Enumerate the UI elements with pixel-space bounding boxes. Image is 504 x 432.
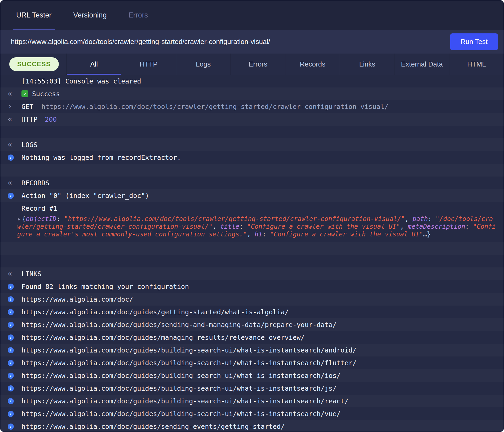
gutter: › <box>0 103 21 110</box>
expand-record-icon[interactable]: ▸ <box>17 215 22 223</box>
gutter: i <box>0 347 21 353</box>
collapse-group-icon[interactable]: « <box>8 179 12 187</box>
console-row-links-summary: i Found 82 links matching your configura… <box>0 280 504 293</box>
link-row: i https://www.algolia.com/doc/guides/bui… <box>0 344 504 356</box>
link-url: https://www.algolia.com/doc/guides/build… <box>21 410 341 418</box>
collapse-group-icon[interactable]: « <box>8 116 12 123</box>
json-punct: …} <box>423 231 431 238</box>
filter-tab-logs[interactable]: Logs <box>176 54 231 75</box>
tab-versioning-label: Versioning <box>73 11 107 19</box>
filter-tab-errors[interactable]: Errors <box>231 54 285 75</box>
console-row-request: › GET https://www.algolia.com/doc/tools/… <box>0 100 504 113</box>
filter-tabs: All HTTP Logs Errors Records Links Exter… <box>67 54 504 75</box>
records-heading: RECORDS <box>21 179 49 187</box>
gutter: « <box>0 141 21 148</box>
filter-tab-html[interactable]: HTML <box>449 54 504 75</box>
info-icon: i <box>8 155 14 161</box>
request-url: https://www.algolia.com/doc/tools/crawle… <box>41 103 388 111</box>
link-row: i https://www.algolia.com/doc/guides/bui… <box>0 356 504 369</box>
link-row: i https://www.algolia.com/doc/guides/get… <box>0 306 504 318</box>
header-tab-bar: URL Tester Versioning Errors <box>0 0 504 30</box>
filter-tab-http[interactable]: HTTP <box>121 54 176 75</box>
http-label: HTTP <box>21 116 37 123</box>
json-punct: : <box>239 223 247 230</box>
json-string: "Configure a crawler with the visual UI" <box>247 223 400 230</box>
link-url: https://www.algolia.com/doc/guides/build… <box>21 359 356 367</box>
json-punct: , <box>405 215 413 223</box>
link-row: i https://www.algolia.com/doc/guides/bui… <box>0 369 504 382</box>
console-row-links-heading: « LINKS <box>0 267 504 280</box>
gutter: i <box>0 309 21 315</box>
tab-errors-label: Errors <box>129 11 148 19</box>
link-row: i https://www.algolia.com/doc/guides/sen… <box>0 318 504 331</box>
json-punct: , <box>400 223 408 230</box>
collapse-group-icon[interactable]: « <box>8 270 12 277</box>
filter-tab-records[interactable]: Records <box>285 54 340 75</box>
logs-message: Nothing was logged from recordExtractor. <box>21 154 181 161</box>
link-url: https://www.algolia.com/doc/guides/build… <box>21 385 337 392</box>
json-key: h1 <box>255 231 262 238</box>
filter-tab-links[interactable]: Links <box>340 54 394 75</box>
console-row-success: « ✓ Success <box>0 87 504 100</box>
json-punct: : <box>465 223 473 230</box>
tab-url-tester[interactable]: URL Tester <box>13 0 55 30</box>
link-url: https://www.algolia.com/doc/guides/sendi… <box>21 423 285 430</box>
gutter: i <box>0 398 21 404</box>
filter-tab-external-data[interactable]: External Data <box>395 54 449 75</box>
json-key: objectID <box>26 215 56 223</box>
success-label: Success <box>32 90 60 98</box>
console-output: [14:55:03] Console was cleared « ✓ Succe… <box>0 75 504 432</box>
gutter: « <box>0 116 21 123</box>
info-icon: i <box>8 309 14 315</box>
gutter: i <box>0 296 21 302</box>
gutter: i <box>0 360 21 366</box>
records-action-text: Action "0" (index "crawler_doc") <box>21 192 149 200</box>
link-row: i https://www.algolia.com/doc/guides/man… <box>0 331 504 344</box>
gutter: i <box>0 322 21 328</box>
gutter: i <box>0 155 21 161</box>
request-method: GET <box>21 103 33 111</box>
console-empty-row <box>0 126 504 138</box>
gutter: i <box>0 193 21 199</box>
run-test-button[interactable]: Run Test <box>450 33 498 50</box>
tab-versioning[interactable]: Versioning <box>70 0 110 30</box>
json-key: title <box>220 223 239 230</box>
console-row-records-heading: « RECORDS <box>0 177 504 189</box>
info-icon: i <box>8 424 14 430</box>
gutter: « <box>0 270 21 277</box>
link-url: https://www.algolia.com/doc/guides/build… <box>21 397 348 405</box>
collapse-group-icon[interactable]: « <box>8 90 12 98</box>
status-badge: SUCCESS <box>9 57 59 71</box>
gutter: i <box>0 284 21 290</box>
info-icon: i <box>8 398 14 404</box>
status-badge-wrap: SUCCESS <box>0 54 67 75</box>
logs-heading: LOGS <box>21 141 37 149</box>
status-bar: SUCCESS All HTTP Logs Errors Records Lin… <box>0 54 504 75</box>
url-input[interactable]: https://www.algolia.com/doc/tools/crawle… <box>11 38 450 46</box>
json-punct: , <box>247 231 255 238</box>
expand-group-icon[interactable]: › <box>8 103 12 110</box>
link-row: i https://www.algolia.com/doc/guides/bui… <box>0 395 504 407</box>
gutter: i <box>0 373 21 379</box>
success-check-icon: ✓ <box>21 90 28 97</box>
info-icon: i <box>8 373 14 379</box>
record-block: Record #1 ▸{objectID: "https://www.algol… <box>0 202 504 242</box>
console-row-logs-heading: « LOGS <box>0 138 504 151</box>
json-punct: { <box>22 215 26 223</box>
info-icon: i <box>8 322 14 328</box>
gutter: i <box>0 411 21 417</box>
console-row-logs-message: i Nothing was logged from recordExtracto… <box>0 151 504 164</box>
links-heading: LINKS <box>21 270 41 278</box>
console-empty-row <box>0 242 504 255</box>
info-icon: i <box>8 347 14 353</box>
link-url: https://www.algolia.com/doc/guides/build… <box>21 346 356 354</box>
collapse-group-icon[interactable]: « <box>8 141 12 148</box>
url-bar: https://www.algolia.com/doc/tools/crawle… <box>0 30 504 54</box>
console-row-http-status: « HTTP 200 <box>0 113 504 126</box>
tab-errors[interactable]: Errors <box>125 0 151 30</box>
json-punct: , <box>213 223 220 230</box>
link-url: https://www.algolia.com/doc/guides/build… <box>21 372 341 380</box>
filter-tab-all[interactable]: All <box>67 54 121 75</box>
record-title: Record #1 <box>0 202 504 215</box>
console-empty-row <box>0 255 504 267</box>
